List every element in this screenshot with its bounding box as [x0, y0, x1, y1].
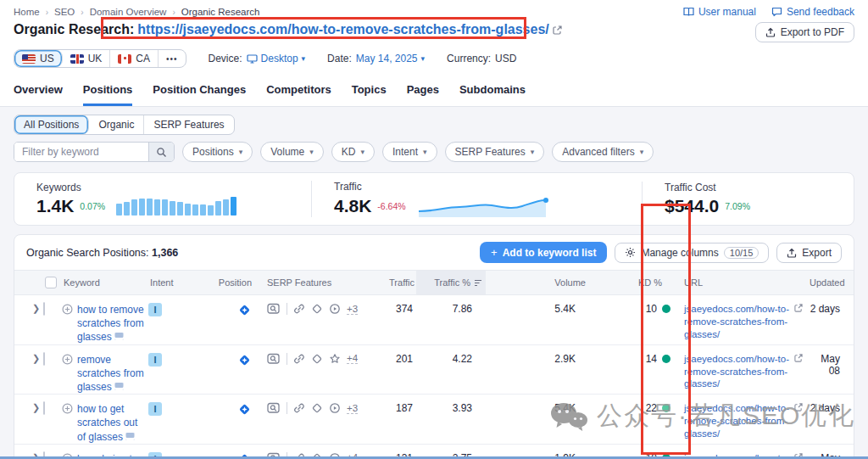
url-link[interactable]: jsaeyedocs.com/how-to-remove-scratches-f… [684, 304, 789, 339]
table-row: ❯ remove scratches from glasses I +4 201… [14, 345, 854, 395]
tab-pages[interactable]: Pages [407, 83, 439, 106]
volume-cell: 5.4K [486, 395, 587, 414]
featured-snippet-icon [237, 402, 252, 417]
currency-value: USD [495, 53, 516, 64]
date-dropdown[interactable]: May 14, 2025 ▾ [356, 53, 425, 64]
column-header-updated[interactable]: Updated [808, 271, 854, 294]
send-feedback-link[interactable]: Send feedback [771, 6, 854, 18]
column-header-keyword[interactable]: Keyword [62, 271, 148, 294]
user-manual-link[interactable]: User manual [683, 6, 756, 18]
keywords-metric: Keywords 1.4K 0.07% [14, 182, 311, 216]
serp-preview-icon[interactable] [114, 383, 124, 390]
tab-topics[interactable]: Topics [352, 83, 387, 106]
intent-badge: I [148, 353, 162, 367]
serp-more-link[interactable]: +3 [347, 304, 358, 315]
export-to-pdf-button[interactable]: Export to PDF [755, 22, 854, 42]
country-us[interactable]: US [14, 50, 63, 67]
segment-organic[interactable]: Organic [89, 115, 144, 134]
breadcrumb-separator: › [81, 8, 83, 17]
column-header-position[interactable]: Position [204, 271, 257, 294]
add-keyword-icon [62, 403, 73, 414]
featured-snippet-outline-icon [311, 402, 323, 414]
column-header-kd[interactable]: KD % [587, 271, 682, 294]
device-dropdown[interactable]: Desktop ▾ [247, 53, 306, 64]
select-all-checkbox[interactable] [45, 277, 57, 288]
export-button[interactable]: Export [776, 243, 842, 263]
external-link-icon [794, 403, 803, 411]
volume-filter-dropdown[interactable]: Volume▾ [260, 142, 324, 162]
serp-preview-icon[interactable] [114, 333, 124, 340]
keyword-filter-input[interactable] [14, 143, 148, 161]
breadcrumb-domain-overview[interactable]: Domain Overview [90, 7, 167, 17]
serp-features-filter-dropdown[interactable]: SERP Features▾ [445, 142, 545, 162]
column-header-traffic-pct[interactable]: Traffic % [416, 271, 486, 294]
expand-row-chevron-icon[interactable]: ❯ [28, 345, 43, 364]
column-header-traffic[interactable]: Traffic [376, 271, 416, 294]
metrics-panel: Keywords 1.4K 0.07% Traffic 4.8K -6.64% [14, 172, 854, 226]
column-header-serp-features[interactable]: SERP Features [257, 271, 376, 294]
analyzed-url-link[interactable]: https://jsaeyedocs.com/how-to-remove-scr… [137, 22, 548, 37]
breadcrumb-separator: › [172, 8, 175, 17]
expand-row-chevron-icon[interactable]: ❯ [28, 295, 43, 314]
positions-table-card: Organic Search Positions: 1,366 + Add to… [14, 234, 854, 459]
breadcrumb-home[interactable]: Home [14, 7, 40, 17]
search-button[interactable] [148, 143, 174, 161]
expand-row-chevron-icon[interactable]: ❯ [28, 395, 43, 413]
serp-more-link[interactable]: +4 [347, 353, 358, 364]
kd-cell: 22 [587, 395, 682, 414]
positions-count: 1,366 [152, 247, 178, 259]
column-header-url[interactable]: URL [682, 271, 808, 294]
position-cell [204, 395, 257, 417]
serp-preview-icon[interactable] [125, 433, 135, 440]
column-header-intent[interactable]: Intent [148, 271, 204, 294]
tab-position-changes[interactable]: Position Changes [153, 83, 246, 106]
tab-overview[interactable]: Overview [14, 83, 63, 106]
serp-divider [287, 303, 287, 315]
keywords-change: 0.07% [80, 201, 105, 211]
serp-divider [287, 402, 287, 414]
keyword-link[interactable]: how to remove scratches from glasses [77, 303, 148, 344]
traffic-cost-value: $544.0 [665, 196, 719, 216]
serp-features-cell: +4 [257, 345, 376, 365]
column-header-volume[interactable]: Volume [486, 271, 587, 294]
traffic-pct-cell: 4.22 [416, 345, 486, 365]
keyword-link[interactable]: how to get scratches out of glasses [77, 402, 148, 444]
keywords-value: 1.4K [36, 196, 74, 216]
traffic-cell: 201 [376, 345, 416, 365]
keyword-filter-box [14, 142, 175, 162]
keyword-link[interactable]: remove scratches from glasses [77, 353, 148, 395]
link-icon [293, 303, 305, 315]
sort-icon [474, 279, 482, 287]
tab-subdomains[interactable]: Subdomains [459, 83, 526, 106]
breadcrumb: Home › SEO › Domain Overview › Organic R… [14, 7, 259, 17]
more-countries-button[interactable]: ••• [159, 50, 186, 67]
upload-icon [787, 248, 797, 258]
tab-competitors[interactable]: Competitors [266, 83, 331, 106]
advanced-filters-dropdown[interactable]: Advanced filters▾ [552, 142, 654, 162]
row-checkbox[interactable] [43, 352, 45, 366]
url-link[interactable]: jsaeyedocs.com/how-to-remove-scratches-f… [684, 403, 789, 439]
country-ca[interactable]: CA [110, 50, 159, 67]
add-to-keyword-list-button[interactable]: + Add to keyword list [480, 242, 607, 263]
table-row: ❯ how to remove scratches from glasses I… [14, 295, 854, 345]
tab-positions[interactable]: Positions [83, 83, 133, 106]
row-checkbox[interactable] [43, 302, 45, 316]
external-link-icon [794, 354, 803, 362]
intent-filter-dropdown[interactable]: Intent▾ [382, 142, 437, 162]
breadcrumb-seo[interactable]: SEO [54, 7, 75, 17]
chevron-down-icon: ▾ [531, 148, 535, 156]
traffic-cost-metric: Traffic Cost $544.0 7.09% [642, 182, 772, 216]
positions-filter-dropdown[interactable]: Positions▾ [182, 142, 253, 162]
updated-cell: May 08 [808, 345, 854, 377]
segment-serp-features[interactable]: SERP Features [144, 115, 233, 134]
position-type-switch: All Positions Organic SERP Features [14, 115, 235, 135]
segment-all-positions[interactable]: All Positions [14, 115, 89, 134]
link-icon [293, 402, 305, 414]
country-uk[interactable]: UK [63, 50, 111, 67]
row-checkbox[interactable] [43, 401, 45, 415]
chevron-down-icon: ▾ [423, 148, 427, 156]
kd-filter-dropdown[interactable]: KD▾ [331, 142, 375, 162]
serp-more-link[interactable]: +3 [347, 403, 358, 414]
url-link[interactable]: jsaeyedocs.com/how-to-remove-scratches-f… [684, 354, 789, 389]
manage-columns-button[interactable]: Manage columns 10/15 [615, 243, 769, 263]
